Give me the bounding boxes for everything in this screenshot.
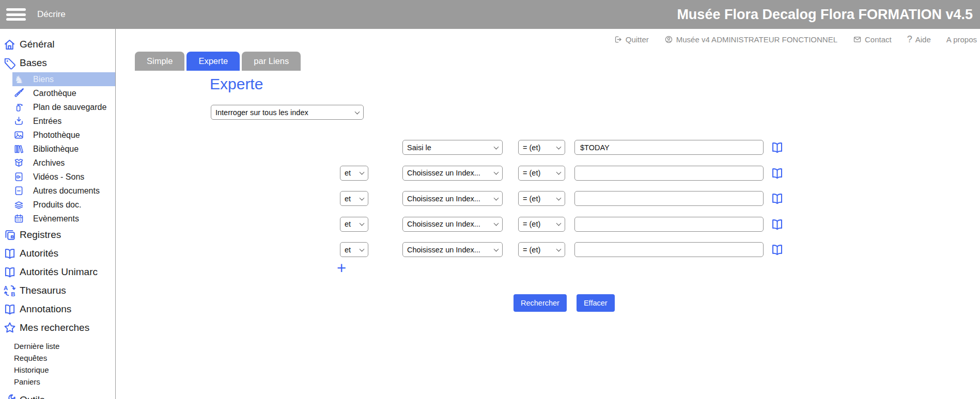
carrot-icon bbox=[13, 88, 24, 99]
top-bar: Décrire Musée Flora Decalog Flora FORMAT… bbox=[0, 0, 980, 29]
about-link[interactable]: A propos bbox=[946, 35, 977, 44]
sidebar-item-biens[interactable]: ♞ Biens bbox=[12, 72, 115, 86]
open-book-icon bbox=[3, 265, 17, 279]
criteria-value-input[interactable] bbox=[574, 217, 764, 232]
sidebar-item-autres-documents[interactable]: Autres documents bbox=[12, 184, 115, 198]
sidebar-item-plan-de-sauvegarde[interactable]: Plan de sauvegarde bbox=[12, 100, 115, 114]
sidebar-item-general[interactable]: Général bbox=[0, 35, 115, 54]
contact-link[interactable]: Contact bbox=[853, 35, 892, 44]
index-select[interactable]: Choisissez un Index... bbox=[402, 166, 503, 181]
comparison-select[interactable]: = (et) bbox=[518, 140, 565, 155]
criteria-row: Saisi le = (et) bbox=[340, 140, 784, 155]
bool-select-wrap: et bbox=[340, 191, 368, 206]
sidebar-item-label: Bases bbox=[20, 57, 47, 69]
sidebar-item-requetes[interactable]: Requêtes bbox=[0, 352, 115, 364]
sidebar-item-thesaurus[interactable]: AB Thesaurus bbox=[0, 281, 115, 300]
criteria-value-input[interactable] bbox=[574, 166, 764, 181]
index-select[interactable]: Choisissez un Index... bbox=[402, 217, 503, 232]
open-book-icon bbox=[3, 247, 17, 261]
bool-operator-select[interactable]: et bbox=[340, 191, 368, 206]
comparison-select[interactable]: = (et) bbox=[518, 242, 565, 257]
sidebar-item-archives[interactable]: Archives bbox=[12, 156, 115, 170]
criteria-value-input[interactable] bbox=[574, 191, 764, 206]
sidebar-item-label: Biens bbox=[33, 75, 54, 84]
sidebar-item-outils[interactable]: Outils bbox=[0, 391, 115, 399]
sidebar-item-label: Autres documents bbox=[33, 186, 100, 196]
sidebar-item-derniere-liste[interactable]: Dernière liste bbox=[0, 340, 115, 352]
index-browse-icon[interactable] bbox=[770, 166, 784, 180]
index-browse-icon[interactable] bbox=[770, 191, 784, 205]
sidebar-item-bases[interactable]: Bases bbox=[0, 54, 115, 72]
comparison-select[interactable]: = (et) bbox=[518, 217, 565, 232]
sidebar-item-annotations[interactable]: Annotations bbox=[0, 300, 115, 318]
sidebar-item-phototheque[interactable]: Photothèque bbox=[12, 128, 115, 142]
criteria-value-input[interactable] bbox=[574, 242, 764, 257]
clear-button[interactable]: Effacer bbox=[577, 294, 615, 312]
bool-operator-select[interactable]: et bbox=[340, 166, 368, 181]
criteria-value-input[interactable] bbox=[574, 140, 764, 155]
sidebar-item-entrees[interactable]: Entrées bbox=[12, 114, 115, 128]
user-label: Musée v4 ADMINISTRATEUR FONCTIONNEL bbox=[676, 35, 837, 44]
operator-select-wrap: = (et) bbox=[518, 166, 565, 181]
comparison-select[interactable]: = (et) bbox=[518, 166, 565, 181]
sidebar-item-paniers[interactable]: Paniers bbox=[0, 376, 115, 388]
sidebar-item-label: Historique bbox=[14, 365, 49, 374]
translate-icon: AB bbox=[3, 284, 17, 298]
operator-select-wrap: = (et) bbox=[518, 217, 565, 232]
search-button[interactable]: Rechercher bbox=[514, 294, 567, 312]
tab-par-liens[interactable]: par Liens bbox=[242, 52, 301, 71]
sidebar-item-videos-sons[interactable]: Vidéos - Sons bbox=[12, 170, 115, 184]
tab-simple[interactable]: Simple bbox=[135, 52, 184, 71]
sidebar-item-autorites[interactable]: Autorités bbox=[0, 244, 115, 263]
index-select-wrap: Choisissez un Index... bbox=[402, 242, 503, 257]
module-label: Décrire bbox=[37, 9, 66, 20]
sidebar-item-label: Thesaurus bbox=[20, 285, 66, 296]
image-icon bbox=[13, 130, 24, 140]
index-select[interactable]: Choisissez un Index... bbox=[402, 191, 503, 206]
sidebar-item-autorites-unimarc[interactable]: Autorités Unimarc bbox=[0, 263, 115, 281]
envelope-icon bbox=[853, 35, 862, 44]
bool-operator-select[interactable]: et bbox=[340, 217, 368, 232]
sidebar-item-carotheque[interactable]: Carothèque bbox=[12, 86, 115, 100]
help-link[interactable]: ? Aide bbox=[907, 34, 931, 45]
criteria-row: et Choisissez un Index... = (et) bbox=[340, 166, 784, 181]
search-tabs: Simple Experte par Liens bbox=[135, 52, 301, 71]
sidebar-item-label: Produits doc. bbox=[33, 200, 81, 210]
index-browse-icon[interactable] bbox=[770, 217, 784, 231]
action-buttons: Rechercher Effacer bbox=[514, 294, 615, 312]
scope-select[interactable]: Interroger sur tous les index bbox=[211, 105, 364, 120]
tab-experte[interactable]: Experte bbox=[186, 52, 240, 71]
sidebar-item-label: Vidéos - Sons bbox=[33, 172, 84, 182]
sidebar-item-registres[interactable]: Registres bbox=[0, 226, 115, 244]
criteria-row: et Choisissez un Index... = (et) bbox=[340, 217, 784, 232]
sidebar-item-label: Plan de sauvegarde bbox=[33, 103, 106, 112]
contact-label: Contact bbox=[865, 35, 892, 44]
layers-icon bbox=[13, 199, 24, 210]
quit-link[interactable]: Quitter bbox=[614, 35, 649, 44]
add-criteria-icon[interactable]: + bbox=[337, 260, 346, 276]
help-label: Aide bbox=[915, 35, 931, 44]
sidebar-item-label: Requêtes bbox=[14, 354, 47, 362]
bool-select-wrap: et bbox=[340, 242, 368, 257]
operator-select-wrap: = (et) bbox=[518, 191, 565, 206]
bool-select-wrap: et bbox=[340, 166, 368, 181]
user-account[interactable]: Musée v4 ADMINISTRATEUR FONCTIONNEL bbox=[664, 35, 837, 44]
index-select[interactable]: Saisi le bbox=[402, 140, 503, 155]
sidebar-item-mes-recherches[interactable]: Mes recherches bbox=[0, 318, 115, 337]
sidebar-item-bibliotheque[interactable]: Bibliothèque bbox=[12, 142, 115, 156]
sidebar-item-produits-doc[interactable]: Produits doc. bbox=[12, 198, 115, 212]
bool-operator-select[interactable]: et bbox=[340, 242, 368, 257]
sidebar-item-label: Entrées bbox=[33, 117, 61, 126]
index-browse-icon[interactable] bbox=[770, 243, 784, 257]
sidebar-item-evenements[interactable]: Evènements bbox=[12, 212, 115, 226]
index-browse-icon[interactable] bbox=[770, 140, 784, 154]
sidebar-item-historique[interactable]: Historique bbox=[0, 364, 115, 376]
copies-icon bbox=[3, 228, 17, 242]
sidebar-item-label: Autorités bbox=[20, 248, 58, 259]
hamburger-menu-icon[interactable] bbox=[6, 8, 26, 21]
sidebar-item-label: Annotations bbox=[20, 304, 71, 315]
index-select[interactable]: Choisissez un Index... bbox=[402, 242, 503, 257]
index-select-wrap: Choisissez un Index... bbox=[402, 166, 503, 181]
scope-select-wrap: Interroger sur tous les index bbox=[211, 105, 364, 120]
comparison-select[interactable]: = (et) bbox=[518, 191, 565, 206]
